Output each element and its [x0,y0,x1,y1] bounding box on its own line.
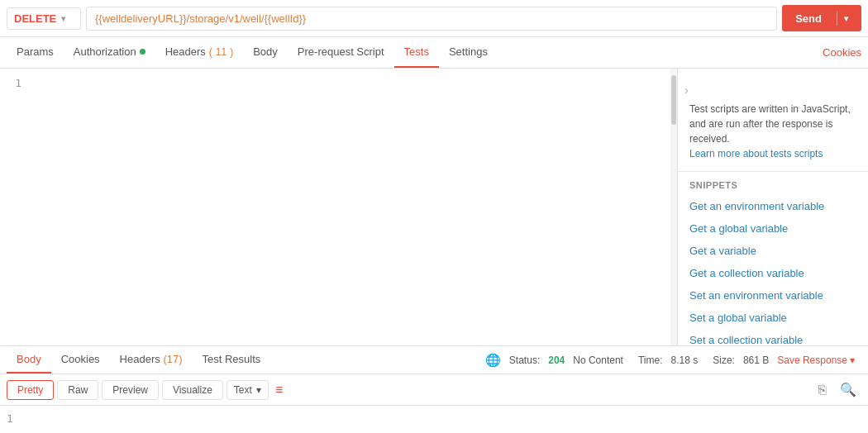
snippet-item-4[interactable]: Set an environment variable [678,284,868,307]
status-label: Status: [509,354,540,366]
tab-authorization[interactable]: Authorization [64,37,155,68]
tab-tests-label: Tests [404,45,429,58]
editor-line-numbers: 1 [0,69,30,345]
tab-body[interactable]: Body [243,37,288,68]
save-response-btn[interactable]: Save Response ▾ [777,354,855,366]
authorization-dot-icon [140,49,145,55]
send-button[interactable]: Send ▾ [782,5,861,31]
format-pretty-btn[interactable]: Pretty [7,380,54,400]
response-tab-body-label: Body [17,353,41,365]
response-tab-test-results[interactable]: Test Results [193,346,271,374]
tab-prerequest-label: Pre-request Script [298,45,384,58]
snippets-label: SNIPPETS [678,172,868,195]
globe-icon: 🌐 [485,353,501,368]
status-text: No Content [573,354,623,366]
top-bar: DELETE ▾ Send ▾ [0,0,868,37]
response-line-1: 1 [7,412,13,425]
response-tab-headers-label: Headers [120,353,160,365]
response-tab-body[interactable]: Body [7,346,51,374]
response-line-numbers: 1 [7,412,13,425]
headers-badge-close: ) [230,46,233,58]
panel-expand-icon[interactable]: › [684,83,689,97]
tab-settings-label: Settings [449,45,488,58]
send-chevron-icon: ▾ [844,14,848,23]
snippet-item-6[interactable]: Set a collection variable [678,329,868,345]
status-code: 204 [548,354,565,366]
editor-area: 1 [0,69,678,345]
response-meta: 🌐 Status: 204 No Content Time: 8.18 s Si… [479,353,861,368]
method-chevron-icon: ▾ [61,14,65,23]
snippet-item-1[interactable]: Get a global variable [678,217,868,240]
size-label: Size: [713,354,735,366]
editor-scrollbar[interactable] [670,69,677,345]
learn-more-link[interactable]: Learn more about tests scripts [689,148,823,159]
response-tab-headers[interactable]: Headers (17) [110,346,193,374]
editor-textarea[interactable] [30,69,670,345]
snippet-item-2[interactable]: Get a variable [678,240,868,262]
method-label: DELETE [14,12,56,25]
response-toolbar: Pretty Raw Preview Visualize Text ▾ ≡ ⎘ … [0,374,868,406]
snippets-info-text: Test scripts are written in JavaScript, … [689,103,851,145]
headers-badge: ( [209,46,212,58]
search-button[interactable]: 🔍 [835,379,861,400]
response-tab-cookies[interactable]: Cookies [51,346,110,374]
cookies-link[interactable]: Cookies [823,38,861,67]
request-tabs-row: Params Authorization Headers (11) Body P… [0,37,868,69]
tab-params-label: Params [17,45,54,58]
tab-headers-label: Headers [165,45,206,58]
format-visualize-btn[interactable]: Visualize [162,380,223,400]
copy-button[interactable]: ⎘ [813,380,832,400]
format-preview-btn[interactable]: Preview [102,380,159,400]
method-select[interactable]: DELETE ▾ [7,7,81,30]
text-format-dropdown[interactable]: Text ▾ [227,380,269,400]
time-label: Time: [638,354,663,366]
tab-prerequest[interactable]: Pre-request Script [288,37,394,68]
response-body: 1 [0,406,868,431]
snippets-panel: › Test scripts are written in JavaScript… [678,69,868,345]
response-tabs-row: Body Cookies Headers (17) Test Results 🌐… [0,346,868,374]
tab-settings[interactable]: Settings [439,37,498,68]
save-response-chevron-icon: ▾ [850,354,855,366]
main-area: 1 › Test scripts are written in JavaScri… [0,69,868,346]
text-format-label: Text [234,384,252,396]
response-tab-test-results-label: Test Results [203,353,261,365]
save-response-label: Save Response [777,354,847,366]
format-lines-icon[interactable]: ≡ [275,383,283,397]
editor-scrollbar-thumb [671,75,676,125]
snippet-item-5[interactable]: Set a global variable [678,307,868,329]
tab-headers[interactable]: Headers (11) [155,37,244,68]
headers-badge-count: 11 [216,46,227,58]
format-raw-btn[interactable]: Raw [57,380,98,400]
tab-authorization-label: Authorization [74,45,136,58]
tab-params[interactable]: Params [7,37,64,68]
snippet-item-3[interactable]: Get a collection variable [678,262,868,284]
response-headers-badge: 17 [167,353,179,365]
tab-body-label: Body [253,45,278,58]
text-dropdown-chevron-icon: ▾ [256,384,261,396]
url-input[interactable] [86,7,777,31]
tab-tests[interactable]: Tests [394,37,439,68]
size-value: 861 B [743,354,769,366]
line-number-1: 1 [8,75,21,92]
send-label: Send [795,12,830,25]
send-divider [837,11,837,26]
snippet-item-0[interactable]: Get an environment variable [678,195,868,217]
snippets-info: Test scripts are written in JavaScript, … [678,97,868,171]
time-value: 8.18 s [671,354,699,366]
response-tab-cookies-label: Cookies [61,353,100,365]
